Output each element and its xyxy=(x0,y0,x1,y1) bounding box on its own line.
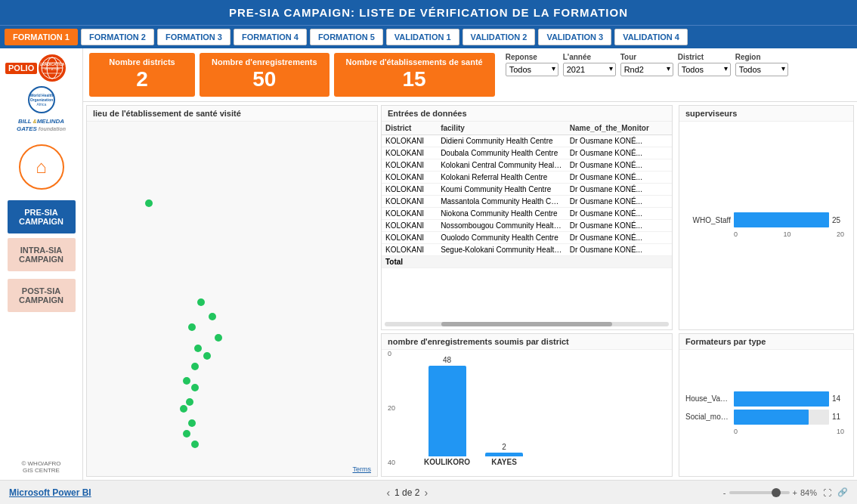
footer-text: © WHO/AFRO GIS CENTRE xyxy=(21,460,60,474)
zoom-plus-icon[interactable]: + xyxy=(793,488,797,497)
table-cell-0: KOLOKANI xyxy=(382,219,437,231)
table-row: KOLOKANIKolokani Central Community Healt… xyxy=(382,159,672,171)
gates-logo: BILL &MELINDAGATES foundation xyxy=(17,118,66,134)
tab-formation4[interactable]: FORMATION 4 xyxy=(234,29,307,45)
f-x-tick-10: 10 xyxy=(837,428,844,435)
region-select[interactable]: Todos xyxy=(735,63,788,76)
x-tick-0: 0 xyxy=(734,230,738,238)
table-cell-0: KOLOKANI xyxy=(382,243,437,255)
map-dot-12 xyxy=(180,405,187,413)
intra-sia-button[interactable]: INTRA-SIA CAMPAIGN xyxy=(8,238,76,271)
reponse-select[interactable]: Todos xyxy=(506,63,558,76)
map-title: lieu de l'établissement de santé visité xyxy=(87,106,377,122)
social-mobi-fill xyxy=(734,410,809,425)
x-tick-20: 20 xyxy=(837,230,844,238)
social-mobi-track xyxy=(734,410,829,425)
polio-globe-icon: ERADICATION INITIATIVE xyxy=(39,54,66,82)
table-cell-2: Dr Ousmane KONÉ... xyxy=(566,135,672,147)
table-scroll[interactable]: District facility Name_of_the_Monitor KO… xyxy=(382,122,672,322)
map-dot-1 xyxy=(145,199,153,207)
table-scrollbar[interactable] xyxy=(385,322,669,326)
table-cell-0: KOLOKANI xyxy=(382,171,437,183)
metric-districts: Nombre districts 2 xyxy=(89,53,195,97)
tab-formation3[interactable]: FORMATION 3 xyxy=(157,29,230,45)
table-cell-2: Dr Ousmane KONÉ... xyxy=(566,159,672,171)
table-cell-2: Dr Ousmane KONÉ... xyxy=(566,231,672,243)
zoom-thumb xyxy=(772,488,781,497)
who-staff-value: 25 xyxy=(832,216,847,224)
house-vacci-label: House_Vacci... xyxy=(685,394,731,403)
filter-reponse: Reponse Todos xyxy=(506,53,558,76)
f-x-tick-0: 0 xyxy=(734,428,738,435)
table-cell-2: Dr Ousmane KONÉ... xyxy=(566,243,672,255)
zoom-slider[interactable] xyxy=(729,491,790,494)
tab-validation3[interactable]: VALIDATION 3 xyxy=(538,29,611,45)
map-dot-14 xyxy=(183,430,190,438)
filter-annee: L'année 2021 xyxy=(563,53,616,76)
enregistrements-value: 50 xyxy=(212,66,317,92)
share-icon[interactable]: 🔗 xyxy=(837,487,848,497)
bar-koulikoro: 48 KOULIKORO xyxy=(424,356,470,466)
tab-formation2[interactable]: FORMATION 2 xyxy=(81,29,154,45)
table-cell-0: KOLOKANI xyxy=(382,231,437,243)
formateurs-panel: Formateurs par type House_Vacci... 14 xyxy=(679,333,854,477)
prev-page-button[interactable]: ‹ xyxy=(386,487,390,499)
home-icon: ⌂ xyxy=(36,156,47,178)
annee-select[interactable]: 2021 xyxy=(563,63,616,76)
region-label: Region xyxy=(735,53,788,61)
map-dot-5 xyxy=(215,334,222,342)
next-page-button[interactable]: › xyxy=(424,487,428,499)
intra-sia-label: INTRA-SIA CAMPAIGN xyxy=(19,246,63,264)
district-wrapper: Todos xyxy=(678,63,731,76)
tab-validation2[interactable]: VALIDATION 2 xyxy=(463,29,536,45)
etablissements-label: Nombre d'établissements de santé xyxy=(346,57,483,66)
table-row: KOLOKANIKolokani Referral Health CentreD… xyxy=(382,171,672,183)
pre-sia-button[interactable]: PRE-SIA CAMPAIGN xyxy=(8,200,76,233)
total-row: Total xyxy=(382,255,672,267)
power-bi-link[interactable]: Microsoft Power BI xyxy=(9,487,91,498)
fullscreen-icon[interactable]: ⛶ xyxy=(823,488,831,497)
table-cell-0: KOLOKANI xyxy=(382,207,437,219)
table-row: KOLOKANIDoubala Community Health CentreD… xyxy=(382,147,672,159)
zoom-minus-icon[interactable]: - xyxy=(723,488,726,497)
pre-sia-label: PRE-SIA CAMPAIGN xyxy=(19,208,63,226)
filter-tour: Tour Rnd2 xyxy=(620,53,673,76)
map-dot-2 xyxy=(197,298,205,306)
table-cell-0: KOLOKANI xyxy=(382,135,437,147)
who-staff-label: WHO_Staff xyxy=(685,216,731,224)
formateurs-title: Formateurs par type xyxy=(679,334,853,350)
table-row: KOLOKANINossombougou Community Health Ce… xyxy=(382,219,672,231)
bar-kayes: 2 KAYES xyxy=(485,443,523,466)
col-monitor: Name_of_the_Monitor xyxy=(566,122,672,135)
supervisors-title: superviseurs xyxy=(679,106,853,122)
supervisors-chart: WHO_Staff 25 0 10 20 xyxy=(679,122,853,329)
table-row: KOLOKANIOuolodo Community Health CentreD… xyxy=(382,231,672,243)
tab-validation4[interactable]: VALIDATION 4 xyxy=(614,29,688,45)
tab-bar: FORMATION 1 FORMATION 2 FORMATION 3 FORM… xyxy=(0,25,857,48)
table-cell-1: Kolokani Referral Health Centre xyxy=(437,171,566,183)
table-row: KOLOKANISegue-Kolokani Community Health … xyxy=(382,243,672,255)
table-row: KOLOKANINiokona Community Health CentreD… xyxy=(382,207,672,219)
enregistrements-label: Nombre d'enregistrements xyxy=(212,57,317,66)
tab-formation5[interactable]: FORMATION 5 xyxy=(310,29,383,45)
tab-formation1[interactable]: FORMATION 1 xyxy=(5,29,78,45)
svg-text:Africa: Africa xyxy=(36,102,46,107)
map-dot-6 xyxy=(194,345,202,352)
y-axis: 40 20 0 xyxy=(388,350,395,466)
table-cell-0: KOLOKANI xyxy=(382,159,437,171)
filter-district: District Todos xyxy=(678,53,731,76)
who-logo: World Health Organization Africa xyxy=(28,86,55,113)
post-sia-button[interactable]: POST-SIA CAMPAIGN xyxy=(8,279,76,312)
who-staff-row: WHO_Staff 25 xyxy=(685,212,847,227)
map-terms[interactable]: Terms xyxy=(353,465,372,473)
home-button[interactable]: ⌂ xyxy=(19,144,64,190)
table-row: KOLOKANIMassantola Community Health Cent… xyxy=(382,195,672,207)
social-mobi-row: Social_mobi... 11 xyxy=(685,410,847,425)
content-area: POLIO ERADICATION INITIATIVE xyxy=(0,48,857,480)
district-select[interactable]: Todos xyxy=(678,63,731,76)
tab-validation1[interactable]: VALIDATION 1 xyxy=(386,29,459,45)
supervisors-panel: superviseurs WHO_Staff 25 xyxy=(679,105,854,330)
annee-wrapper: 2021 xyxy=(563,63,616,76)
supervisors-x-axis: 0 10 20 xyxy=(685,230,847,238)
tour-select[interactable]: Rnd2 xyxy=(620,63,673,76)
